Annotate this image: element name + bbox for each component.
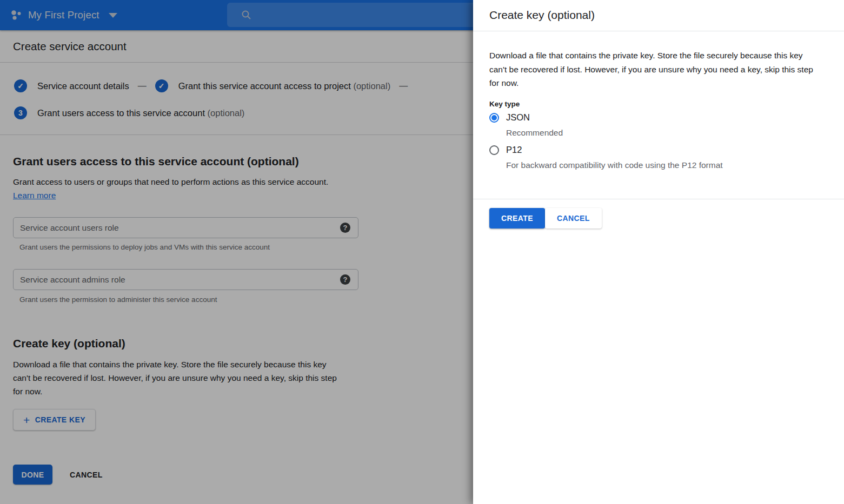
panel-title: Create key (optional) — [489, 9, 595, 22]
key-type-label: Key type — [489, 100, 520, 108]
screen: My First Project Create service account … — [0, 0, 844, 504]
panel-header-divider — [473, 31, 844, 31]
panel-footer-divider — [473, 199, 844, 199]
key-type-option-p12[interactable]: P12 — [489, 145, 522, 155]
json-option-subtext: Recommended — [506, 128, 563, 138]
json-option-label: JSON — [506, 112, 530, 123]
key-type-option-json[interactable]: JSON — [489, 112, 530, 123]
p12-option-subtext: For backward compatibility with code usi… — [506, 160, 723, 170]
panel-create-button[interactable]: CREATE — [489, 208, 545, 229]
radio-selected-icon — [489, 113, 499, 123]
p12-option-label: P12 — [506, 145, 522, 155]
radio-unselected-icon — [489, 145, 499, 155]
panel-description: Download a file that contains the privat… — [489, 49, 813, 90]
panel-cancel-button[interactable]: CANCEL — [545, 208, 602, 229]
create-key-panel: Create key (optional) Download a file th… — [473, 0, 844, 504]
